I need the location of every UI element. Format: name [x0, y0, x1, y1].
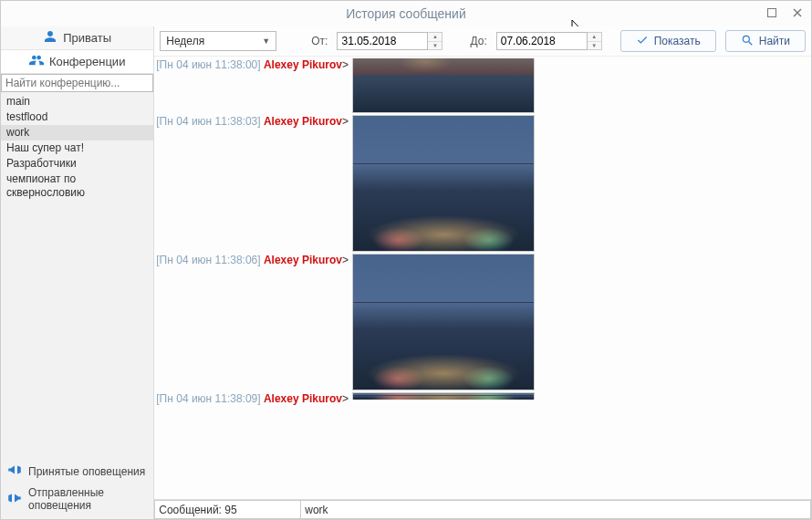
conference-item[interactable]: main — [1, 94, 153, 109]
sidebar-tab-conferences[interactable]: Конференции — [1, 50, 153, 74]
message-row: [Пн 04 июн 11:38:00] Alexey Pikurov> — [156, 58, 806, 113]
svg-point-1 — [743, 36, 749, 42]
search-icon — [741, 34, 754, 49]
date-from-input[interactable] — [337, 32, 428, 50]
sidebar-tab-label: Приваты — [63, 31, 111, 45]
message-image[interactable] — [352, 115, 535, 252]
message-timestamp: [Пн 04 июн 11:38:00] — [156, 58, 260, 71]
window-maximize-button[interactable] — [764, 5, 780, 21]
svg-rect-0 — [768, 9, 776, 17]
find-button-label: Найти — [759, 35, 790, 47]
period-selected-value: Неделя — [166, 35, 204, 47]
message-image[interactable] — [352, 392, 535, 400]
message-image[interactable] — [352, 58, 535, 113]
date-from-stepper[interactable]: ▲▼ — [428, 32, 442, 50]
megaphone-out-icon — [6, 490, 23, 509]
sidebar-tab-label: Конференции — [49, 55, 126, 68]
message-timestamp: [Пн 04 июн 11:38:06] — [156, 254, 260, 266]
sidebar: Приваты Конференции main testflood work … — [1, 26, 154, 519]
message-row: [Пн 04 июн 11:38:03] Alexey Pikurov> — [156, 115, 806, 252]
date-to-input[interactable] — [496, 32, 588, 50]
megaphone-in-icon — [6, 462, 23, 481]
current-room: work — [300, 500, 811, 519]
message-count: Сообщений: 95 — [154, 500, 300, 519]
from-label: От: — [311, 35, 328, 47]
toolbar: Неделя ▼ От: ▲▼ До: ▲▼ Показать — [154, 26, 811, 56]
group-icon — [29, 53, 44, 70]
conference-item[interactable]: testflood — [1, 109, 153, 125]
sidebar-tab-privates[interactable]: Приваты — [1, 26, 153, 50]
show-button[interactable]: Показать — [620, 30, 716, 52]
date-to-stepper[interactable]: ▲▼ — [588, 32, 602, 50]
period-select[interactable]: Неделя ▼ — [160, 31, 276, 51]
conference-item[interactable]: Наш супер чат! — [1, 140, 153, 156]
message-scroll-area[interactable]: [Пн 04 июн 11:38:00] Alexey Pikurov> [Пн… — [154, 57, 811, 499]
conference-item[interactable]: Разработчики — [1, 156, 153, 172]
message-sender: Alexey Pikurov — [264, 392, 342, 405]
check-icon — [636, 34, 649, 49]
user-icon — [43, 29, 57, 47]
received-notifications[interactable]: Принятые оповещения — [6, 462, 148, 481]
window-title: История сообщений — [346, 6, 465, 21]
received-notifications-label: Принятые оповещения — [28, 465, 145, 478]
to-label: До: — [470, 35, 486, 47]
conference-item[interactable]: work — [1, 125, 153, 140]
sent-notifications[interactable]: Отправленные оповещения — [6, 486, 148, 512]
title-bar: История сообщений — [1, 1, 811, 26]
find-button[interactable]: Найти — [725, 30, 806, 52]
message-row: [Пн 04 июн 11:38:06] Alexey Pikurov> — [156, 254, 806, 390]
message-timestamp: [Пн 04 июн 11:38:03] — [156, 115, 260, 128]
message-sender: Alexey Pikurov — [264, 254, 342, 266]
window-close-button[interactable] — [789, 5, 806, 21]
message-sender: Alexey Pikurov — [264, 58, 342, 71]
message-row: [Пн 04 июн 11:38:09] Alexey Pikurov> — [156, 392, 806, 405]
show-button-label: Показать — [654, 35, 701, 47]
conference-search-input[interactable] — [1, 74, 153, 92]
status-bar: Сообщений: 95 work — [154, 499, 811, 519]
message-image[interactable] — [352, 254, 535, 390]
message-sender: Alexey Pikurov — [264, 115, 342, 128]
chevron-down-icon: ▼ — [262, 36, 270, 46]
message-timestamp: [Пн 04 июн 11:38:09] — [156, 392, 260, 405]
conference-list: main testflood work Наш супер чат! Разра… — [1, 92, 153, 203]
sent-notifications-label: Отправленные оповещения — [28, 486, 148, 512]
conference-item[interactable]: чемпионат по сквернословию — [1, 172, 153, 201]
